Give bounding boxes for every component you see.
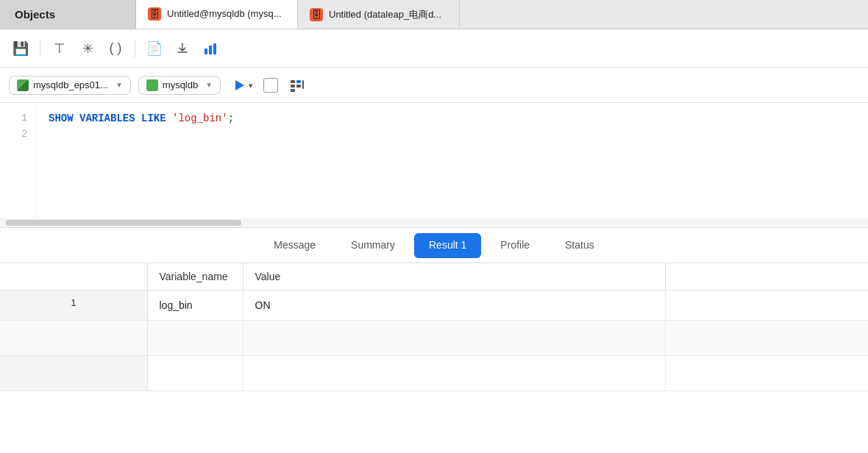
data-table: Variable_name Value 1 log_bin ON: [0, 263, 868, 391]
line-numbers: 1 2: [0, 103, 37, 218]
objects-tab-label: Objects: [15, 8, 55, 21]
cell-value-3: [243, 356, 666, 391]
document-button[interactable]: 📄: [143, 37, 166, 60]
tab-bar: Objects 🗄 Untitled@mysqldb (mysq... 🗄 Un…: [0, 0, 868, 29]
svg-rect-6: [291, 89, 295, 92]
svg-rect-2: [213, 43, 216, 54]
run-caret-icon: ▾: [249, 81, 253, 90]
row-num-header: [0, 263, 147, 290]
run-button[interactable]: ▾: [228, 74, 256, 96]
data-table-wrapper: Variable_name Value 1 log_bin ON: [0, 263, 868, 453]
export-button[interactable]: [171, 37, 194, 60]
scrollbar-thumb[interactable]: [6, 220, 241, 226]
connection-label: mysqldb_eps01...: [33, 79, 108, 90]
cell-variable-name-1: log_bin: [147, 290, 243, 321]
cell-extra-2: [666, 321, 868, 356]
tab-spacer: [460, 0, 868, 29]
format-button[interactable]: ⊤: [48, 37, 71, 60]
code-editor[interactable]: 1 2 SHOW VARIABLES LIKE 'log_bin';: [0, 103, 868, 228]
database-label: mysqldb: [163, 79, 198, 90]
column-header-variable-name: Variable_name: [147, 263, 243, 290]
tab-dataleap-title: Untitled (dataleap_电商d...: [329, 8, 447, 21]
cell-value-2: [243, 321, 666, 356]
cell-extra-1: [666, 290, 868, 321]
connection-icon: [17, 79, 29, 91]
row-num-2: [0, 321, 147, 356]
svg-rect-9: [302, 80, 304, 89]
line-number-1: 1: [0, 110, 27, 126]
tab-result1[interactable]: Result 1: [414, 233, 481, 258]
column-header-extra: [666, 263, 868, 290]
svg-rect-0: [204, 49, 207, 54]
magic-button[interactable]: ✳: [76, 37, 99, 60]
cell-extra-3: [666, 356, 868, 391]
tab-mysqldb[interactable]: 🗄 Untitled@mysqldb (mysq...: [136, 0, 298, 29]
svg-rect-4: [291, 80, 295, 83]
database-selector[interactable]: mysqldb ▼: [138, 76, 221, 95]
database-icon: [146, 79, 158, 91]
tab-mysql-icon: 🗄: [148, 7, 161, 21]
tab-dataleap-icon: 🗄: [310, 8, 323, 21]
tab-profile[interactable]: Profile: [483, 230, 547, 261]
cell-variable-name-2: [147, 321, 243, 356]
horizontal-scrollbar[interactable]: [0, 218, 868, 227]
selector-area: mysqldb_eps01... ▼ mysqldb ▼ ▾: [0, 68, 868, 103]
objects-tab[interactable]: Objects: [0, 0, 136, 29]
toolbar: 💾 ⊤ ✳ ( ) 📄: [0, 29, 868, 68]
chart-button[interactable]: [199, 37, 222, 60]
wrap-button[interactable]: ( ): [104, 37, 127, 60]
code-content[interactable]: SHOW VARIABLES LIKE 'log_bin';: [37, 103, 868, 218]
tab-status[interactable]: Status: [547, 230, 612, 261]
table-header-row: Variable_name Value: [0, 263, 868, 290]
toolbar-divider-1: [40, 40, 40, 57]
table-row-empty-2: [0, 321, 868, 356]
cell-variable-name-3: [147, 356, 243, 391]
svg-rect-5: [291, 85, 295, 88]
tab-mysqldb-title: Untitled@mysqldb (mysq...: [167, 8, 285, 19]
tab-summary[interactable]: Summary: [333, 230, 413, 261]
cell-value-1: ON: [243, 290, 666, 321]
svg-marker-3: [235, 80, 244, 90]
line-number-2: 2: [0, 126, 27, 143]
explain-button[interactable]: [285, 74, 309, 97]
svg-rect-8: [296, 85, 301, 88]
column-header-value: Value: [243, 263, 666, 290]
toolbar-divider-2: [135, 40, 135, 57]
connection-chevron-icon: ▼: [115, 81, 123, 89]
row-num-3: [0, 356, 147, 391]
tab-dataleap[interactable]: 🗄 Untitled (dataleap_电商d...: [298, 0, 460, 29]
code-lines: 1 2 SHOW VARIABLES LIKE 'log_bin';: [0, 103, 868, 218]
table-row-empty-3: [0, 356, 868, 391]
main-content: 💾 ⊤ ✳ ( ) 📄 mysqldb_eps01... ▼: [0, 29, 868, 453]
stop-button[interactable]: [263, 78, 278, 93]
save-button[interactable]: 💾: [9, 37, 32, 60]
svg-rect-7: [296, 80, 301, 83]
tab-message[interactable]: Message: [256, 230, 333, 261]
table-row: 1 log_bin ON: [0, 290, 868, 321]
result-tabs: Message Summary Result 1 Profile Status: [0, 228, 868, 263]
svg-rect-1: [209, 46, 212, 54]
connection-selector[interactable]: mysqldb_eps01... ▼: [9, 76, 131, 95]
database-chevron-icon: ▼: [205, 81, 213, 89]
row-num-1: 1: [0, 290, 147, 321]
